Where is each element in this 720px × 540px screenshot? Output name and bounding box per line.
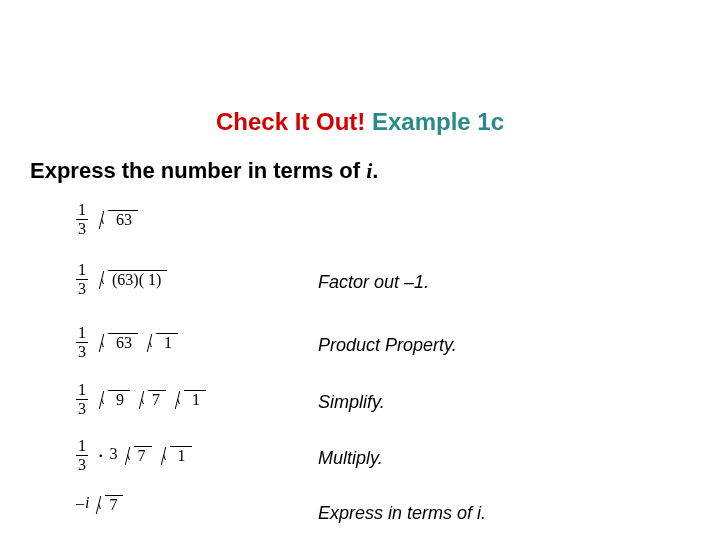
fraction: 13 bbox=[76, 202, 88, 237]
fraction: 13 bbox=[76, 262, 88, 297]
sqrt-icon: 63 bbox=[98, 210, 138, 229]
prompt-b: . bbox=[372, 158, 378, 183]
step-1-math: 13 63 bbox=[76, 202, 140, 237]
sqrt-icon: 1 bbox=[146, 333, 178, 352]
step-5-explain: Multiply. bbox=[318, 448, 383, 469]
step-6-math: –i 7 bbox=[76, 494, 125, 514]
prompt-line: Express the number in terms of i. bbox=[30, 158, 378, 184]
step-2-explain: Factor out –1. bbox=[318, 272, 429, 293]
sqrt-icon: 1 bbox=[160, 446, 192, 465]
step-6-explain: Express in terms of i. bbox=[318, 503, 486, 524]
fraction: 13 bbox=[76, 325, 88, 360]
step-5-math: 13 · 3 7 1 bbox=[76, 438, 194, 473]
title-red: Check It Out! bbox=[216, 108, 365, 135]
step-2-math: 13 (63)( 1) bbox=[76, 262, 169, 297]
step-4-math: 13 9 7 1 bbox=[76, 382, 208, 417]
title-teal: Example 1c bbox=[372, 108, 504, 135]
minus-sign: – bbox=[76, 494, 85, 511]
sqrt-icon: 7 bbox=[95, 495, 123, 514]
step-3-explain: Product Property. bbox=[318, 335, 457, 356]
fraction: 13 bbox=[76, 382, 88, 417]
sqrt-icon: (63)( 1) bbox=[98, 270, 167, 289]
sqrt-icon: 9 bbox=[98, 390, 130, 409]
step-3-math: 13 63 1 bbox=[76, 325, 180, 360]
sqrt-icon: 7 bbox=[138, 390, 166, 409]
step-4-explain: Simplify. bbox=[318, 392, 385, 413]
prompt-a: Express the number in terms of bbox=[30, 158, 366, 183]
sqrt-icon: 7 bbox=[124, 446, 152, 465]
slide-title: Check It Out! Example 1c bbox=[0, 108, 720, 136]
fraction: 13 bbox=[76, 438, 88, 473]
coef: 3 bbox=[110, 445, 118, 462]
sqrt-icon: 63 bbox=[98, 333, 138, 352]
i-symbol: i bbox=[85, 494, 89, 511]
sqrt-icon: 1 bbox=[174, 390, 206, 409]
